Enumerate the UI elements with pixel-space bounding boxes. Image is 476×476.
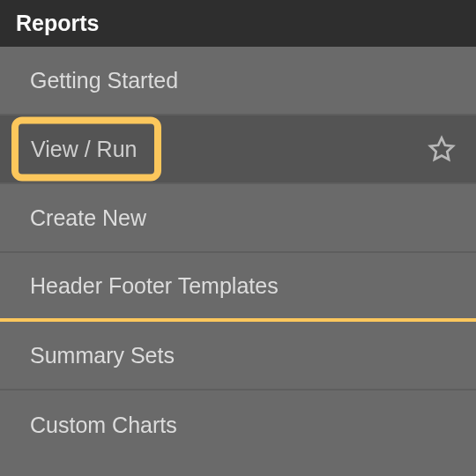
- menu-item-label: Create New: [30, 205, 146, 231]
- menu-item-custom-charts[interactable]: Custom Charts: [0, 390, 476, 459]
- sidebar-menu: Getting Started View / Run Create New He…: [0, 47, 476, 459]
- menu-item-label: Header Footer Templates: [30, 273, 279, 299]
- menu-item-label: View / Run: [31, 137, 137, 161]
- menu-item-view-run[interactable]: View / Run: [0, 115, 476, 184]
- header-title: Reports: [16, 11, 99, 36]
- menu-item-create-new[interactable]: Create New: [0, 184, 476, 253]
- header: Reports: [0, 0, 476, 47]
- menu-item-summary-sets[interactable]: Summary Sets: [0, 322, 476, 390]
- star-icon: [428, 135, 456, 163]
- menu-item-header-footer-templates[interactable]: Header Footer Templates: [0, 253, 476, 322]
- favorite-button[interactable]: [427, 134, 457, 164]
- menu-item-getting-started[interactable]: Getting Started: [0, 47, 476, 115]
- highlight-box: View / Run: [11, 117, 161, 182]
- menu-item-label: Summary Sets: [30, 343, 175, 368]
- menu-item-label: Custom Charts: [30, 413, 177, 438]
- menu-item-label: Getting Started: [30, 68, 178, 93]
